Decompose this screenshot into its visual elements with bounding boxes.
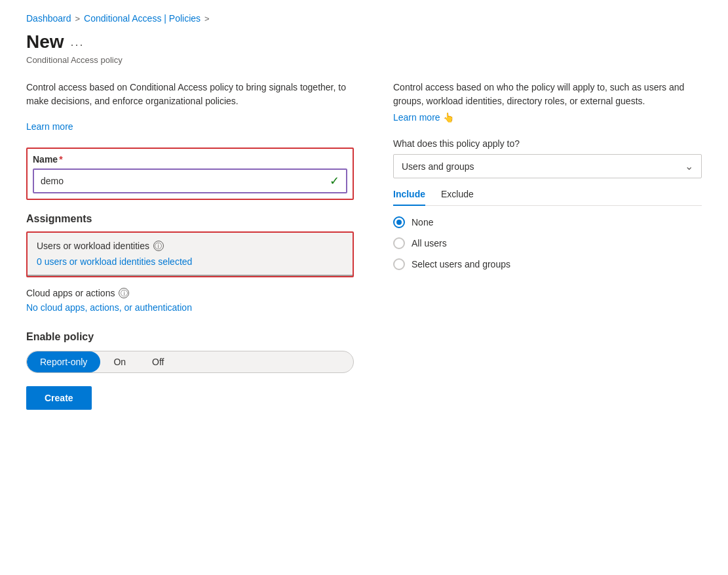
right-learn-more-text: Learn more: [393, 112, 440, 123]
right-learn-more-link[interactable]: Learn more 👆: [393, 112, 454, 123]
cursor-icon: 👆: [443, 112, 454, 123]
enable-policy-section: Enable policy Report-only On Off: [26, 331, 354, 373]
radio-all-users-circle: [393, 237, 405, 249]
tab-include[interactable]: Include: [393, 189, 425, 206]
toggle-group: Report-only On Off: [26, 351, 354, 373]
breadcrumb-sep-2: >: [204, 14, 210, 24]
dropdown-value: Users and groups: [402, 161, 474, 172]
identities-info-icon[interactable]: ⓘ: [153, 241, 164, 251]
radio-none[interactable]: None: [393, 216, 702, 228]
breadcrumb-sep-1: >: [75, 14, 81, 24]
assignments-outline-box: Users or workload identities ⓘ 0 users o…: [26, 231, 354, 277]
left-description: Control access based on Conditional Acce…: [26, 81, 354, 108]
radio-select-users-groups-circle: [393, 258, 405, 270]
name-outline-box: Name* ✓: [26, 148, 354, 200]
radio-none-label: None: [412, 217, 433, 228]
include-exclude-tabs: Include Exclude: [393, 189, 702, 206]
main-layout: Control access based on Conditional Acce…: [26, 81, 702, 410]
cloud-apps-info-icon[interactable]: ⓘ: [119, 288, 129, 298]
required-star: *: [59, 154, 62, 165]
left-panel: Control access based on Conditional Acce…: [26, 81, 354, 410]
right-panel: Control access based on who the policy w…: [393, 81, 702, 410]
cloud-apps-link[interactable]: No cloud apps, actions, or authenticatio…: [26, 302, 192, 313]
toggle-on[interactable]: On: [100, 351, 139, 372]
radio-all-users-label: All users: [412, 238, 447, 248]
tab-exclude[interactable]: Exclude: [441, 189, 474, 206]
cloud-apps-label-group: Cloud apps or actions ⓘ: [26, 288, 354, 298]
breadcrumb-policies[interactable]: Conditional Access | Policies: [84, 13, 201, 24]
identities-link[interactable]: 0 users or workload identities selected: [37, 256, 192, 267]
cloud-apps-label: Cloud apps or actions: [26, 288, 115, 298]
breadcrumb-dashboard[interactable]: Dashboard: [26, 13, 71, 24]
page-title-ellipsis: ...: [71, 35, 85, 49]
radio-select-users-groups-label: Select users and groups: [412, 259, 510, 269]
page-title-group: New ...: [26, 31, 702, 52]
identities-section: Users or workload identities ⓘ 0 users o…: [28, 233, 353, 276]
left-learn-more-link[interactable]: Learn more: [26, 121, 73, 132]
name-section: Name* ✓: [26, 148, 354, 200]
page-title: New: [26, 31, 64, 52]
page-subtitle: Conditional Access policy: [26, 55, 702, 65]
cloud-apps-section: Cloud apps or actions ⓘ No cloud apps, a…: [26, 288, 354, 313]
radio-group: None All users Select users and groups: [393, 216, 702, 270]
identities-label: Users or workload identities: [37, 241, 149, 251]
policy-apply-label: What does this policy apply to?: [393, 138, 702, 149]
radio-all-users[interactable]: All users: [393, 237, 702, 249]
create-button[interactable]: Create: [26, 386, 92, 410]
chevron-down-icon: ⌄: [685, 160, 693, 172]
right-description: Control access based on who the policy w…: [393, 81, 702, 108]
toggle-report-only[interactable]: Report-only: [27, 351, 100, 372]
toggle-off[interactable]: Off: [139, 351, 177, 372]
users-groups-dropdown[interactable]: Users and groups ⌄: [393, 154, 702, 178]
name-label: Name*: [33, 154, 347, 165]
radio-select-users-groups[interactable]: Select users and groups: [393, 258, 702, 270]
name-input-box: ✓: [33, 169, 347, 193]
name-input[interactable]: [41, 176, 330, 186]
breadcrumb: Dashboard > Conditional Access | Policie…: [26, 13, 702, 24]
assignments-label: Assignments: [26, 213, 354, 225]
identities-header: Users or workload identities ⓘ: [37, 241, 343, 251]
enable-policy-label: Enable policy: [26, 331, 354, 343]
name-check-icon: ✓: [330, 174, 339, 188]
radio-none-circle: [393, 216, 405, 228]
